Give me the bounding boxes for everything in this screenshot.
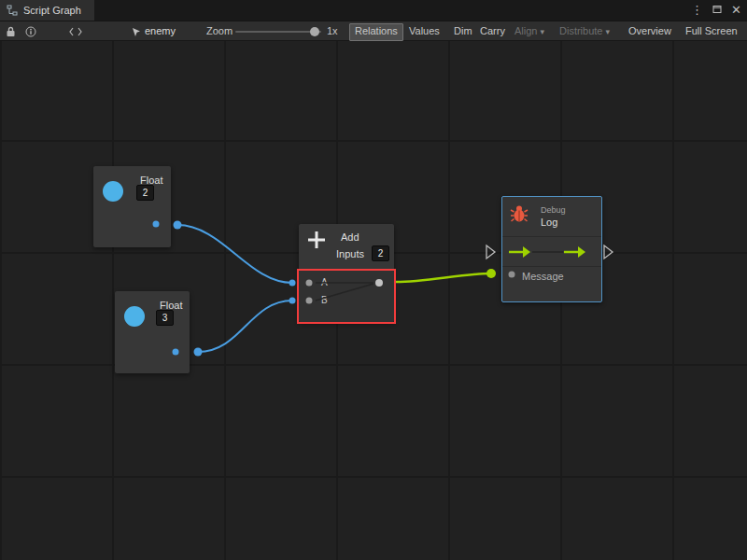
node-title: Add: [341, 231, 359, 243]
edge-dot: [289, 280, 296, 287]
distribute-label: Distribute: [559, 25, 602, 36]
float-value-field[interactable]: 2: [136, 185, 154, 201]
lock-icon[interactable]: [6, 26, 16, 39]
node-category: Debug: [541, 205, 566, 215]
tab-script-graph[interactable]: Script Graph: [0, 0, 94, 21]
divider: [502, 236, 601, 237]
maximize-icon[interactable]: [712, 0, 722, 21]
float-literal-icon: [103, 181, 123, 202]
align-label: Align: [514, 25, 537, 36]
flow-output-triangle[interactable]: [604, 245, 613, 259]
edge-add-to-debug-message[interactable]: [396, 273, 491, 282]
overview-button[interactable]: Overview: [624, 23, 676, 39]
relations-button[interactable]: Relations: [349, 23, 403, 41]
window-controls: ⋮ ✕: [691, 0, 741, 21]
graph-pointer-icon: [132, 27, 141, 39]
tab-title: Script Graph: [23, 5, 81, 16]
inputs-count-field[interactable]: 2: [372, 245, 389, 261]
add-ports-section: A B: [299, 269, 394, 322]
chevron-down-icon: ▾: [540, 27, 544, 36]
zoom-label: Zoom: [206, 25, 233, 36]
info-icon[interactable]: [25, 26, 36, 39]
zoom-slider-track[interactable]: [235, 31, 321, 33]
align-dropdown[interactable]: Align▾: [510, 23, 549, 39]
chevron-down-icon: ▾: [605, 27, 610, 36]
kebab-menu-icon[interactable]: ⋮: [691, 0, 703, 21]
node-title: Log: [541, 217, 557, 228]
edge-dot: [174, 221, 182, 230]
float-literal-icon: [124, 306, 145, 327]
dim-button[interactable]: Dim: [449, 23, 477, 39]
divider: [502, 266, 601, 267]
graph-name[interactable]: enemy: [145, 25, 176, 36]
port-label-b: B: [321, 295, 328, 305]
edge-float-a-to-add-a[interactable]: [177, 225, 292, 283]
window-titlebar: Script Graph ⋮ ✕: [0, 0, 747, 21]
bug-icon: [510, 204, 529, 227]
flow-input-triangle[interactable]: [486, 245, 495, 259]
script-graph-icon: [7, 5, 18, 16]
code-view-icon[interactable]: [69, 27, 82, 38]
close-icon[interactable]: ✕: [731, 0, 741, 21]
zoom-value: 1x: [327, 25, 338, 36]
fullscreen-button[interactable]: Full Screen: [681, 23, 742, 39]
edge-float-b-to-add-b[interactable]: [198, 301, 292, 352]
node-add[interactable]: Add Inputs 2 A B: [299, 224, 394, 322]
node-float-b[interactable]: Float 3: [115, 291, 190, 373]
float-value-field[interactable]: 3: [156, 310, 174, 326]
distribute-dropdown[interactable]: Distribute▾: [555, 23, 614, 39]
port-label-a: A: [321, 277, 328, 287]
edge-dot: [289, 298, 296, 304]
node-float-a[interactable]: Float 2: [93, 166, 171, 247]
values-button[interactable]: Values: [404, 23, 444, 39]
port-label-message: Message: [522, 271, 564, 282]
graph-canvas[interactable]: Float 2 Float 3 Add Inputs 2 A B: [0, 41, 747, 560]
edge-dot: [486, 269, 496, 278]
carry-button[interactable]: Carry: [475, 23, 510, 39]
graph-toolbar: enemy Zoom 1x Relations Values Dim Carry…: [0, 21, 747, 41]
node-debug-log[interactable]: Debug Log Message: [501, 196, 602, 302]
zoom-slider-handle[interactable]: [310, 27, 319, 36]
plus-icon: [306, 230, 327, 254]
node-subtitle: Inputs: [336, 248, 364, 259]
edge-dot: [194, 348, 203, 357]
